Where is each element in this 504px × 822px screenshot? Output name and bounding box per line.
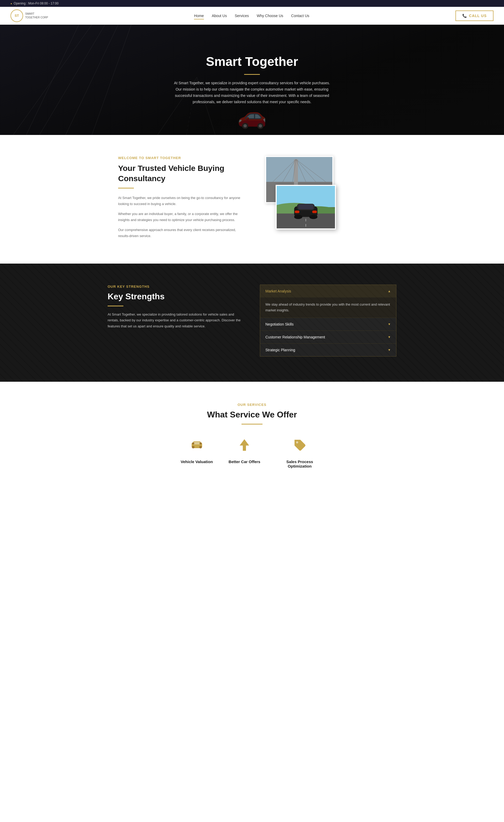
service-card-sales: Sales Process Optimization xyxy=(276,438,324,468)
svg-point-36 xyxy=(192,442,194,444)
strengths-description: At Smart Together, we specialize in prov… xyxy=(108,312,244,329)
nav-item-why[interactable]: Why Choose Us xyxy=(257,13,283,18)
accordion-arrow-crm: ▼ xyxy=(388,335,391,339)
car-road-svg xyxy=(277,186,335,229)
service-name-offers: Better Car Offers xyxy=(228,459,261,464)
tag-svg xyxy=(293,438,307,452)
welcome-label: WELCOME TO SMART TOGETHER xyxy=(118,156,244,160)
about-left: WELCOME TO SMART TOGETHER Your Trusted V… xyxy=(118,156,244,243)
accordion-item-crm: Customer Relationship Management ▼ xyxy=(260,331,396,344)
logo: ST SMARTTOGETHER CORP xyxy=(10,9,48,22)
accordion-label-strategic: Strategic Planning xyxy=(266,348,295,352)
nav-links: Home About Us Services Why Choose Us Con… xyxy=(194,13,309,18)
top-bar: ● Opening : Mon-Fri 08:00 - 17:00 xyxy=(0,0,504,7)
svg-point-39 xyxy=(296,441,298,443)
about-section: WELCOME TO SMART TOGETHER Your Trusted V… xyxy=(108,135,396,264)
hero-divider xyxy=(244,74,260,75)
services-gold-line xyxy=(241,424,263,425)
svg-point-29 xyxy=(294,215,303,219)
accordion-arrow-market-analysis: ▲ xyxy=(388,289,391,293)
strengths-gold-line xyxy=(108,306,123,306)
hero-title: Smart Together xyxy=(173,54,331,69)
hero-car-silhouette: 🚗 xyxy=(237,102,267,130)
service-card-valuation: Vehicle Valuation xyxy=(180,438,213,468)
services-section: OUR SERVICES What Service We Offer xyxy=(0,382,504,489)
svg-rect-28 xyxy=(312,211,317,213)
accordion-header-strategic[interactable]: Strategic Planning ▼ xyxy=(260,344,396,356)
service-card-offers: Better Car Offers xyxy=(228,438,261,468)
svg-rect-26 xyxy=(298,204,314,209)
accordion-text-market-analysis: We stay ahead of industry trends to prov… xyxy=(266,303,390,312)
accordion-body-market-analysis: We stay ahead of industry trends to prov… xyxy=(260,298,396,317)
svg-point-37 xyxy=(199,442,201,444)
svg-line-1 xyxy=(13,25,92,135)
accordion-label-crm: Customer Relationship Management xyxy=(266,335,325,339)
services-grid: Vehicle Valuation Better Car Offers xyxy=(108,438,396,468)
strengths-label: OUR KEY STRENGTHS xyxy=(108,285,244,289)
call-button[interactable]: 📞 CALL US xyxy=(455,10,494,21)
strengths-inner: OUR KEY STRENGTHS Key Strengths At Smart… xyxy=(108,285,396,356)
service-name-valuation: Vehicle Valuation xyxy=(180,459,213,464)
nav-link-services[interactable]: Services xyxy=(235,14,249,19)
accordion-item-market-analysis: Market Analysis ▲ We stay ahead of indus… xyxy=(260,285,396,318)
strengths-title: Key Strengths xyxy=(108,292,244,301)
nav-link-home[interactable]: Home xyxy=(194,14,204,19)
nav-item-contact[interactable]: Contact Us xyxy=(291,13,309,18)
svg-line-3 xyxy=(66,25,118,135)
about-text-2: Whether you are an individual buyer, a f… xyxy=(118,211,244,223)
about-right xyxy=(260,156,386,230)
about-text-1: At Smart Together, we pride ourselves on… xyxy=(118,195,244,207)
call-label: CALL US xyxy=(469,14,487,18)
nav-link-about[interactable]: About Us xyxy=(212,14,227,19)
hero-text: At Smart Together, we specialize in prov… xyxy=(173,80,331,105)
svg-point-30 xyxy=(309,215,317,219)
car-valuation-svg xyxy=(189,438,204,452)
svg-line-2 xyxy=(39,25,105,135)
accordion-header-negotiation[interactable]: Negotiation Skills ▼ xyxy=(260,318,396,331)
services-title: What Service We Offer xyxy=(108,410,396,420)
services-inner: OUR SERVICES What Service We Offer xyxy=(108,403,396,468)
hero-section: 🚗 Smart Together At Smart Together, we s… xyxy=(0,25,504,135)
strengths-section: OUR KEY STRENGTHS Key Strengths At Smart… xyxy=(0,264,504,382)
nav-link-why[interactable]: Why Choose Us xyxy=(257,14,283,19)
hero-content: Smart Together At Smart Together, we spe… xyxy=(173,54,331,105)
service-icon-valuation xyxy=(180,438,213,455)
image-front xyxy=(276,185,336,230)
svg-point-34 xyxy=(192,446,194,448)
service-icon-offers xyxy=(228,438,261,455)
logo-text: SMARTTOGETHER CORP xyxy=(25,12,48,19)
svg-marker-38 xyxy=(240,439,249,451)
phone-icon: 📞 xyxy=(462,14,467,18)
svg-line-4 xyxy=(92,25,131,135)
about-gold-line xyxy=(118,188,134,188)
accordion-item-strategic: Strategic Planning ▼ xyxy=(260,344,396,356)
service-name-sales: Sales Process Optimization xyxy=(276,459,324,468)
logo-icon: ST xyxy=(10,9,23,22)
strengths-right: Market Analysis ▲ We stay ahead of indus… xyxy=(260,285,396,356)
accordion-arrow-negotiation: ▼ xyxy=(388,322,391,326)
image-stack xyxy=(260,156,386,230)
about-title: Your Trusted Vehicle BuyingConsultancy xyxy=(118,163,244,183)
svg-rect-11 xyxy=(294,159,298,186)
service-icon-sales xyxy=(276,438,324,455)
nav-link-contact[interactable]: Contact Us xyxy=(291,14,309,19)
accordion-header-market-analysis[interactable]: Market Analysis ▲ xyxy=(260,285,396,298)
nav-item-about[interactable]: About Us xyxy=(212,13,227,18)
accordion-header-crm[interactable]: Customer Relationship Management ▼ xyxy=(260,331,396,343)
svg-rect-33 xyxy=(194,442,200,444)
svg-rect-27 xyxy=(295,211,300,213)
nav-item-services[interactable]: Services xyxy=(235,13,249,18)
arrow-up-svg xyxy=(237,438,252,452)
strengths-left: OUR KEY STRENGTHS Key Strengths At Smart… xyxy=(108,285,244,329)
services-label: OUR SERVICES xyxy=(108,403,396,407)
accordion-arrow-strategic: ▼ xyxy=(388,348,391,352)
nav-item-home[interactable]: Home xyxy=(194,13,204,18)
accordion-label-market-analysis: Market Analysis xyxy=(266,289,291,293)
about-text-3: Our comprehensive approach ensures that … xyxy=(118,227,244,239)
svg-rect-9 xyxy=(266,157,332,182)
hours-icon: ● xyxy=(10,2,12,5)
accordion: Market Analysis ▲ We stay ahead of indus… xyxy=(260,285,396,356)
hours-text: Opening : Mon-Fri 08:00 - 17:00 xyxy=(14,2,58,5)
navbar: ST SMARTTOGETHER CORP Home About Us Serv… xyxy=(0,7,504,25)
accordion-item-negotiation: Negotiation Skills ▼ xyxy=(260,318,396,331)
